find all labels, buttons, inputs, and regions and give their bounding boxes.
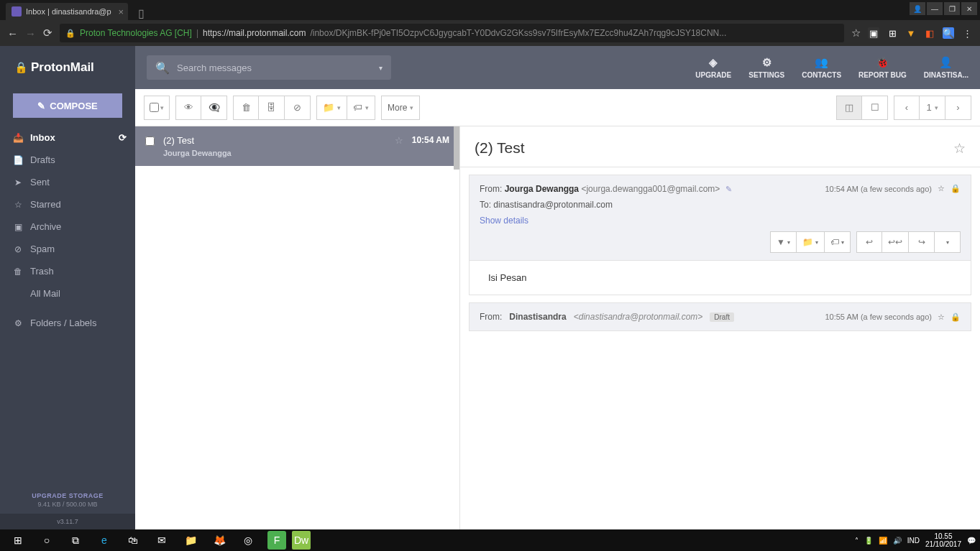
windows-taskbar: ⊞ ○ ⧉ e 🛍 ✉ 📁 🦊 ◎ F Dw ˄ 🔋 📶 🔊 IND 10.55… (0, 529, 980, 551)
moveto-button[interactable]: 📁▾ (797, 231, 825, 253)
chrome-icon[interactable]: ◎ (234, 529, 262, 551)
show-details-link[interactable]: Show details (480, 216, 528, 226)
battery-icon[interactable]: 🔋 (864, 537, 873, 545)
select-all-checkbox[interactable]: ▾ (144, 96, 170, 120)
address-bar[interactable]: 🔒 Proton Technologies AG [CH] | https://… (60, 24, 844, 42)
start-button[interactable]: ⊞ (4, 529, 32, 551)
brand-logo[interactable]: 🔒 ProtonMail (0, 46, 135, 89)
pencil-icon[interactable]: ✎ (725, 185, 732, 193)
lock-icon: 🔒 (951, 184, 961, 193)
prev-page-button[interactable]: ‹ (894, 96, 920, 120)
new-tab-button[interactable]: ▯ (132, 6, 150, 20)
layout-row-button[interactable]: ☐ (862, 96, 888, 120)
user-icon[interactable]: 👤 (910, 2, 925, 15)
sidebar-item-inbox[interactable]: 📥 Inbox ⟳ (0, 126, 135, 149)
star-icon[interactable]: ☆ (953, 140, 966, 157)
moveto-button[interactable]: 📁▾ (316, 96, 347, 120)
sidebar-item-folders[interactable]: ⚙ Folders / Labels (0, 312, 135, 334)
mail-icon[interactable]: ✉ (148, 529, 175, 551)
menu-icon[interactable]: ⋮ (961, 27, 973, 39)
compose-button[interactable]: ✎ COMPOSE (13, 93, 122, 118)
back-icon[interactable]: ← (7, 27, 18, 40)
filter-button[interactable]: ▼▾ (770, 231, 797, 253)
scrollbar-thumb[interactable] (454, 126, 459, 170)
browser-tab[interactable]: Inbox | dinastisandra@p × (6, 3, 128, 20)
dreamweaver-icon[interactable]: Dw (292, 531, 311, 550)
taskview-icon[interactable]: ⧉ (62, 529, 89, 551)
archive-button[interactable]: 🗄 (259, 96, 285, 120)
ext-icon[interactable]: 🔍 (943, 27, 954, 39)
label-button[interactable]: 🏷▾ (825, 231, 851, 253)
notifications-icon[interactable]: 💬 (967, 537, 976, 545)
search-input[interactable] (177, 62, 372, 73)
message-row[interactable]: (2) Test Jourga Dewangga ☆ 10:54 AM (135, 126, 459, 166)
ext-icon[interactable]: ◧ (924, 27, 935, 39)
settings-button[interactable]: ⚙SETTINGS (748, 56, 784, 79)
maximize-icon[interactable]: ❐ (944, 2, 960, 15)
firefox-icon[interactable]: 🦊 (206, 529, 233, 551)
sidebar-item-drafts[interactable]: 📄 Drafts (0, 149, 135, 171)
pencil-icon: ✎ (37, 101, 45, 111)
spam-icon: ⊘ (13, 244, 23, 254)
edge-icon[interactable]: e (91, 529, 118, 551)
sidebar-item-allmail[interactable]: All Mail (0, 282, 135, 305)
message-checkbox[interactable] (145, 136, 155, 146)
lock-icon: 🔒 (65, 29, 75, 38)
explorer-icon[interactable]: 📁 (177, 529, 204, 551)
minimize-icon[interactable]: — (927, 2, 943, 15)
more-actions-button[interactable]: ▾ (935, 231, 961, 253)
reply-button[interactable]: ↩ (856, 231, 882, 253)
extension-icons: ▣ ⊞ ▼ ◧ 🔍 ⋮ (868, 27, 973, 39)
upgrade-button[interactable]: ◈UPGRADE (695, 56, 731, 79)
sidebar-item-sent[interactable]: ➤ Sent (0, 171, 135, 193)
wifi-icon[interactable]: 📶 (879, 537, 887, 545)
cortana-icon[interactable]: ○ (33, 529, 60, 551)
forward-icon: → (25, 27, 36, 40)
report-bug-button[interactable]: 🐞REPORT BUG (858, 56, 907, 79)
lock-icon: 🔒 (951, 312, 961, 322)
page-indicator[interactable]: 1▾ (920, 96, 945, 120)
language-indicator[interactable]: IND (907, 537, 920, 545)
upgrade-storage-link[interactable]: UPGRADE STORAGE (0, 492, 135, 499)
ext-icon[interactable]: ▣ (868, 27, 879, 39)
store-icon[interactable]: 🛍 (119, 529, 147, 551)
ext-icon[interactable]: ▼ (905, 27, 917, 39)
sidebar-item-starred[interactable]: ☆ Starred (0, 193, 135, 216)
reload-icon[interactable]: ⟳ (43, 27, 52, 40)
bookmark-icon[interactable]: ☆ (851, 27, 861, 40)
user-menu[interactable]: 👤DINASTISA... (924, 56, 968, 79)
mail-toolbar: ▾ 👁 👁‍🗨 🗑 🗄 ⊘ 📁▾ 🏷▾ More▾ ◫ ☐ (135, 89, 980, 126)
star-icon[interactable]: ☆ (395, 135, 403, 157)
app-icon[interactable]: F (267, 531, 286, 550)
layout-column-button[interactable]: ◫ (836, 96, 862, 120)
reply-all-button[interactable]: ↩↩ (882, 231, 909, 253)
forward-button[interactable]: ↪ (909, 231, 935, 253)
more-button[interactable]: More▾ (381, 96, 420, 120)
star-icon[interactable]: ☆ (938, 312, 945, 322)
tray-clock[interactable]: 10.55 21/10/2017 (925, 532, 961, 548)
message-sender: Jourga Dewangga (163, 149, 386, 157)
mark-unread-button[interactable]: 👁‍🗨 (201, 96, 227, 120)
draft-time: 10:55 AM (a few seconds ago) (825, 312, 932, 321)
sidebar-item-archive[interactable]: ▣ Archive (0, 216, 135, 238)
refresh-icon[interactable]: ⟳ (119, 132, 127, 143)
delete-button[interactable]: 🗑 (233, 96, 259, 120)
message-time: 10:54 AM (412, 135, 449, 157)
next-page-button[interactable]: › (945, 96, 971, 120)
message-header: 10:54 AM (a few seconds ago) ☆ 🔒 From: J… (469, 175, 971, 261)
close-icon[interactable]: × (118, 6, 124, 17)
contacts-button[interactable]: 👥CONTACTS (802, 56, 841, 79)
star-icon[interactable]: ☆ (938, 184, 945, 193)
volume-icon[interactable]: 🔊 (893, 537, 902, 545)
chevron-down-icon[interactable]: ▾ (379, 64, 383, 72)
ext-icon[interactable]: ⊞ (887, 27, 898, 39)
sidebar-item-trash[interactable]: 🗑 Trash (0, 260, 135, 282)
sidebar-item-spam[interactable]: ⊘ Spam (0, 238, 135, 260)
label-button[interactable]: 🏷▾ (347, 96, 375, 120)
mark-read-button[interactable]: 👁 (175, 96, 201, 120)
tray-chevron-icon[interactable]: ˄ (855, 537, 858, 545)
spam-button[interactable]: ⊘ (285, 96, 311, 120)
close-window-icon[interactable]: ✕ (961, 2, 977, 15)
draft-row[interactable]: From: Dinastisandra <dinastisandra@proto… (469, 302, 971, 331)
search-box[interactable]: 🔍 ▾ (147, 55, 391, 80)
